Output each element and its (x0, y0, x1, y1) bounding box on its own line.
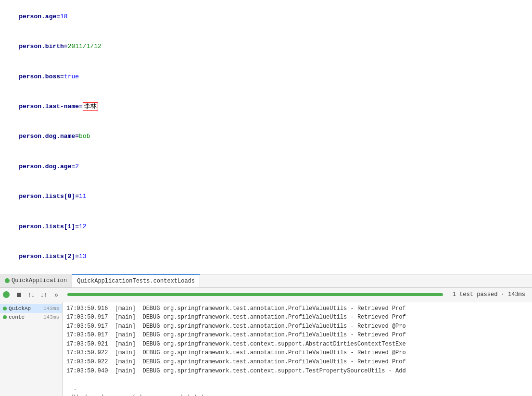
code-line-boss: person.boss=true (4, 62, 528, 92)
tab-label: QuickApplicationTests.contextLoads (77, 278, 195, 285)
tab-bar: QuickApplication QuickApplicationTests.c… (0, 274, 532, 288)
code-line-lists0: person.lists[0]=11 (4, 182, 528, 211)
tab-quickapplication[interactable]: QuickApplication (0, 274, 72, 287)
progress-bar (67, 293, 443, 296)
code-line-lists2: person.lists[2]=13 (4, 242, 528, 272)
log-line: 17:03:50.916 [main] DEBUG org.springfram… (66, 304, 528, 313)
run-toolbar: ⏹ ↑↓ ↓↑ » 1 test passed · 143ms (0, 288, 532, 302)
log-line: 17:03:50.940 [main] DEBUG org.springfram… (66, 367, 528, 376)
sidebar-status-dot (3, 315, 7, 319)
spring-art-line: . (66, 384, 528, 394)
spring-art-line: /\\ / ___'_ __ _ _(_)_ __ __ _ \ \ \ \ (66, 393, 528, 396)
more-button[interactable]: » (51, 289, 62, 300)
tab-quickapplicationtests[interactable]: QuickApplicationTests.contextLoads (72, 274, 200, 287)
main-content: QuickAp 143ms conte 143ms 17:03:50.916 [… (0, 302, 532, 396)
code-line-dogage: person.dog.age=2 (4, 152, 528, 182)
tab-status-icon (5, 278, 10, 283)
run-status-icon (3, 291, 10, 298)
console-output[interactable]: 17:03:50.916 [main] DEBUG org.springfram… (63, 302, 532, 396)
sidebar: QuickAp 143ms conte 143ms (0, 302, 63, 396)
code-line-age: person.age=18 (4, 2, 528, 32)
code-line-birth: person.birth=2011/1/12 (4, 32, 528, 62)
sidebar-item-time: 143ms (43, 306, 59, 311)
log-line: 17:03:50.922 [main] DEBUG org.springfram… (66, 348, 528, 358)
sort-asc-button[interactable]: ↑↓ (26, 289, 37, 300)
sidebar-item-conte[interactable]: conte 143ms (0, 313, 62, 322)
sort-desc-button[interactable]: ↓↑ (38, 289, 49, 300)
code-line-dogname: person.dog.name=bob (4, 122, 528, 152)
log-line: 17:03:50.917 [main] DEBUG org.springfram… (66, 331, 528, 340)
code-line-lastname: person.last-name=李林 (4, 92, 528, 122)
sidebar-item-quickapp[interactable]: QuickAp 143ms (0, 304, 62, 313)
code-line-lists1: person.lists[1]=12 (4, 212, 528, 242)
log-line: 17:03:50.922 [main] DEBUG org.springfram… (66, 358, 528, 367)
sidebar-item-label: conte (9, 314, 25, 320)
log-line: 17:03:50.921 [main] DEBUG org.springfram… (66, 340, 528, 349)
log-line: 17:03:50.917 [main] DEBUG org.springfram… (66, 322, 528, 331)
stop-button[interactable]: ⏹ (13, 289, 24, 300)
test-result-text: 1 test passed · 143ms (453, 291, 525, 298)
tab-label: QuickApplication (12, 277, 67, 284)
sidebar-item-time: 143ms (43, 314, 59, 320)
sidebar-item-label: QuickAp (9, 306, 31, 311)
progress-bar-fill (67, 293, 443, 296)
sidebar-status-dot (3, 307, 7, 310)
log-line: 17:03:50.917 [main] DEBUG org.springfram… (66, 313, 528, 322)
top-code-area: person.age=18 person.birth=2011/1/12 per… (0, 0, 532, 274)
